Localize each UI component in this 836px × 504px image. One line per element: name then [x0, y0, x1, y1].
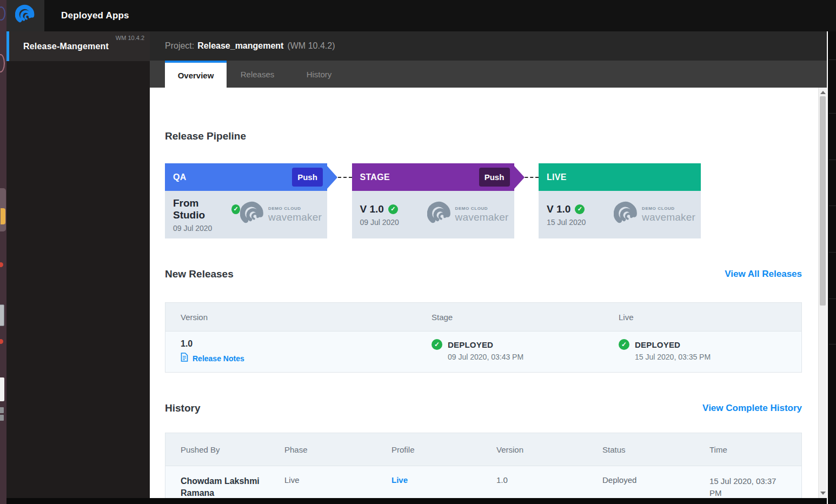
document-icon	[181, 353, 188, 364]
brand-line2: wavemaker	[268, 211, 322, 223]
history-row: Chowdam Lakshmi Ramana Live Live 1.0 Dep…	[165, 466, 801, 498]
column-header-live: Live	[619, 313, 801, 322]
history-time: 15 Jul 2020, 03:37 PM	[709, 475, 791, 498]
sidebar-item-release-mangement[interactable]: Release-Mangement WM 10.4.2	[6, 31, 150, 61]
project-header: Project: Release_mangement (WM 10.4.2)	[150, 31, 827, 61]
column-header-pushed-by: Pushed By	[181, 445, 284, 454]
background-window-edge	[827, 31, 836, 504]
tab-bar: Overview Releases History	[150, 61, 827, 88]
stage-name: LIVE	[547, 173, 696, 182]
release-notes-label[interactable]: Release Notes	[193, 354, 244, 363]
project-label: Project:	[165, 41, 194, 51]
new-releases-row: 1.0 Release Notes	[165, 331, 801, 372]
live-status: DEPLOYED	[635, 340, 680, 349]
history-phase: Live	[284, 475, 392, 498]
pipeline-card-stage-body: V 1.0 ✓ 09 Jul 2020	[352, 191, 514, 238]
release-version: 1.0	[181, 339, 432, 349]
deployed-date: 15 Jul 2020	[547, 218, 586, 227]
bottom-window-edge	[6, 498, 827, 504]
sidebar: Release-Mangement WM 10.4.2	[6, 31, 150, 498]
stage-name: QA	[173, 173, 292, 182]
release-notes-link[interactable]: Release Notes	[181, 353, 432, 364]
pipeline-card-stage: STAGE Push V 1.0 ✓ 09 Jul 2020	[352, 163, 514, 238]
live-time: 15 Jul 2020, 03:35 PM	[635, 353, 801, 361]
demo-cloud-brand: DEMO CLOUD wavemaker	[427, 201, 509, 228]
sidebar-item-label: Release-Mangement	[23, 42, 109, 51]
overview-page: Release Pipeline QA Push From Studio ✓	[150, 88, 818, 498]
deployed-apps-window: Deployed Apps Release-Mangement WM 10.4.…	[0, 0, 836, 504]
brand-line1: DEMO CLOUD	[642, 206, 695, 211]
os-dock-strip	[0, 0, 6, 504]
project-name: Release_mangement	[197, 41, 283, 51]
brand-line1: DEMO CLOUD	[455, 206, 509, 211]
scrollbar-thumb[interactable]	[820, 96, 826, 306]
column-header-phase: Phase	[284, 445, 392, 454]
brand-line2: wavemaker	[642, 211, 695, 223]
pipeline-card-qa-header: QA Push	[165, 163, 327, 191]
dock-icon-fragment	[1, 208, 5, 224]
history-heading: History	[165, 402, 200, 415]
brand-line1: DEMO CLOUD	[268, 206, 322, 211]
pipeline-card-stage-header: STAGE Push	[352, 163, 514, 191]
column-header-version: Version	[496, 445, 602, 454]
history-status: Deployed	[602, 475, 709, 498]
release-pipeline: QA Push From Studio ✓ 09 Jul 2020	[165, 163, 701, 238]
new-releases-table-header: Version Stage Live	[165, 303, 801, 331]
wavemaker-wave-icon	[240, 201, 265, 228]
pipeline-card-live: LIVE V 1.0 ✓ 15 Jul 2020	[539, 163, 701, 238]
demo-cloud-brand: DEMO CLOUD wavemaker	[240, 201, 322, 228]
push-button-qa[interactable]: Push	[292, 168, 323, 187]
scrollbar-down-arrow-icon[interactable]	[820, 492, 826, 495]
new-releases-heading: New Releases	[165, 268, 234, 281]
view-complete-history-link[interactable]: View Complete History	[702, 403, 802, 414]
vertical-scrollbar	[818, 88, 827, 498]
project-version: (WM 10.4.2)	[287, 41, 335, 51]
deployed-date: 09 Jul 2020	[360, 218, 399, 227]
dock-notification-dot	[0, 339, 3, 344]
history-table-header: Pushed By Phase Profile Version Status T…	[165, 433, 801, 466]
wavemaker-logo-button[interactable]	[6, 0, 44, 31]
wavemaker-wave-icon	[614, 201, 639, 228]
deployed-version: From Studio	[173, 197, 227, 221]
brand-line2: wavemaker	[455, 211, 509, 223]
column-header-profile: Profile	[392, 445, 496, 454]
column-header-status: Status	[602, 445, 709, 454]
app-title: Deployed Apps	[61, 10, 129, 21]
check-circle-icon: ✓	[619, 339, 629, 350]
view-all-releases-link[interactable]: View All Releases	[725, 269, 802, 280]
history-profile-link[interactable]: Live	[392, 475, 408, 485]
new-releases-table: Version Stage Live 1.0	[165, 302, 802, 373]
pipeline-card-live-body: V 1.0 ✓ 15 Jul 2020	[539, 191, 701, 238]
history-pushed-by: Chowdam Lakshmi Ramana	[181, 475, 267, 498]
pipeline-card-qa: QA Push From Studio ✓ 09 Jul 2020	[165, 163, 327, 238]
dock-icon-fragment	[0, 6, 5, 21]
release-pipeline-heading: Release Pipeline	[165, 130, 802, 143]
column-header-stage: Stage	[432, 313, 619, 322]
demo-cloud-brand: DEMO CLOUD wavemaker	[614, 201, 695, 228]
check-circle-icon: ✓	[432, 339, 442, 350]
top-bar: Deployed Apps	[6, 0, 836, 31]
check-circle-icon: ✓	[231, 204, 240, 214]
push-button-stage[interactable]: Push	[479, 168, 510, 187]
dock-notification-dot	[0, 262, 3, 267]
pipeline-card-qa-body: From Studio ✓ 09 Jul 2020	[165, 191, 327, 238]
tab-releases[interactable]: Releases	[227, 61, 288, 88]
dock-icon-fragment	[0, 415, 4, 421]
scrollbar-up-arrow-icon[interactable]	[820, 91, 826, 94]
column-header-time: Time	[709, 445, 801, 454]
deployed-version: V 1.0	[547, 203, 570, 215]
dock-icon-fragment	[0, 54, 5, 72]
sidebar-item-version: WM 10.4.2	[116, 35, 144, 41]
pipeline-arrow-icon	[514, 166, 525, 189]
stage-name: STAGE	[360, 173, 479, 182]
deployed-date: 09 Jul 2020	[173, 224, 240, 233]
dock-icon-fragment	[0, 304, 4, 326]
tab-overview[interactable]: Overview	[165, 61, 227, 88]
wavemaker-logo-icon	[15, 4, 36, 27]
history-table: Pushed By Phase Profile Version Status T…	[165, 433, 802, 498]
tab-history[interactable]: History	[288, 61, 350, 88]
dock-icon-fragment	[0, 407, 4, 413]
check-circle-icon: ✓	[575, 204, 585, 214]
check-circle-icon: ✓	[388, 204, 398, 214]
history-version: 1.0	[496, 475, 602, 498]
